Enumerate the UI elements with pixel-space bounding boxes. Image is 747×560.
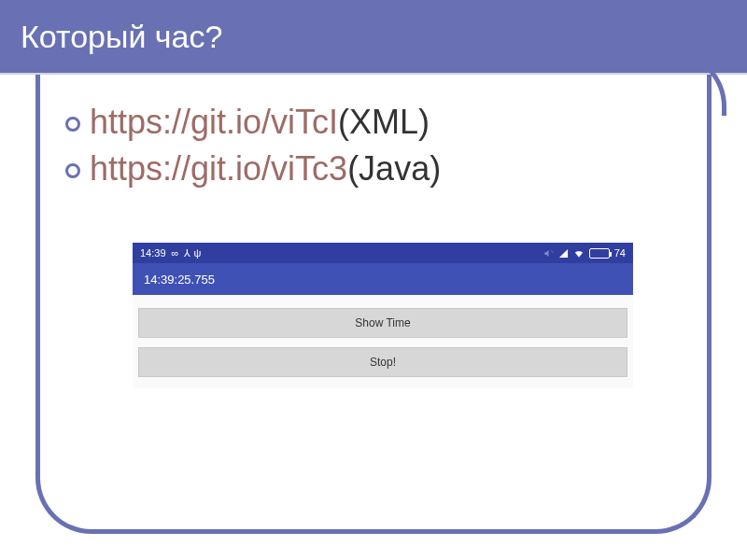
- mute-icon: [543, 248, 554, 259]
- list-item: https://git.io/viTc3 (Java): [65, 149, 691, 189]
- signal-icon: [558, 248, 569, 259]
- battery-percent: 74: [614, 247, 626, 259]
- bullet-disc-icon: [65, 117, 80, 132]
- android-action-bar: 14:39:25.755: [133, 263, 633, 295]
- stop-label: Stop!: [370, 356, 396, 369]
- action-bar-time: 14:39:25.755: [144, 273, 215, 287]
- bullet-disc-icon: [65, 163, 80, 178]
- slide-title: Который час?: [21, 19, 222, 55]
- link-xml-suffix: (XML): [338, 103, 430, 142]
- android-app-body: Show Time Stop!: [133, 295, 633, 388]
- stop-button[interactable]: Stop!: [138, 347, 627, 377]
- link-java[interactable]: https://git.io/viTc3: [90, 149, 347, 189]
- status-misc-icons: ⅄ ψ: [184, 247, 201, 259]
- android-screenshot: 14:39 ∞ ⅄ ψ 74 14:39:25.755 Show Time St…: [133, 243, 633, 388]
- show-time-label: Show Time: [355, 316, 410, 329]
- status-time: 14:39: [140, 247, 166, 259]
- bullet-list: https://git.io/viTcI (XML) https://git.i…: [65, 103, 691, 196]
- link-java-suffix: (Java): [347, 149, 441, 189]
- wifi-icon: [573, 248, 585, 259]
- android-status-bar: 14:39 ∞ ⅄ ψ 74: [133, 243, 633, 263]
- slide-title-bar: Который час?: [0, 0, 747, 75]
- status-infinity-icon: ∞: [172, 247, 179, 259]
- list-item: https://git.io/viTcI (XML): [65, 103, 691, 142]
- battery-icon: [589, 248, 610, 259]
- link-xml[interactable]: https://git.io/viTcI: [90, 103, 338, 142]
- status-right: 74: [543, 247, 626, 259]
- status-left: 14:39 ∞ ⅄ ψ: [140, 247, 201, 259]
- show-time-button[interactable]: Show Time: [138, 308, 627, 338]
